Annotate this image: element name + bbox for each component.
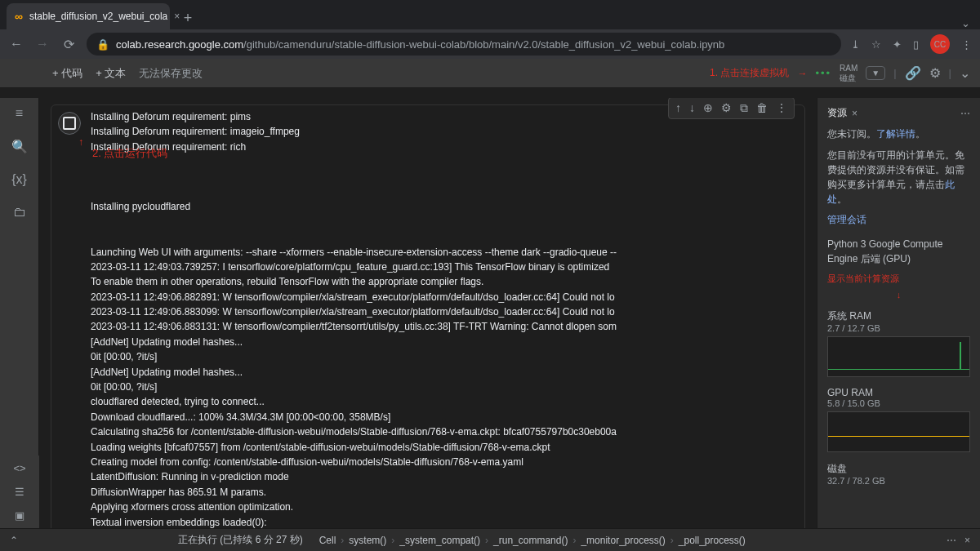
disk-value: 32.7 / 78.2 GB <box>827 476 970 486</box>
sys-ram-chart <box>827 336 970 377</box>
new-tab-button[interactable]: + <box>176 7 199 29</box>
chevron-down-icon[interactable]: ⌄ <box>960 65 970 81</box>
main-area: ≡ 🔍 {x} 🗀 ↑ 2. 点击运行代码 ↑ ↓ ⊕ ⚙ ⧉ 🗑 ⋮ Inst… <box>0 98 980 528</box>
arrow-icon: → <box>797 68 807 79</box>
crumb[interactable]: _poll_process() <box>679 535 746 546</box>
resource-mini[interactable]: RAM 磁盘 <box>840 64 858 83</box>
reload-button[interactable]: ⟳ <box>60 37 77 52</box>
arrow-down-icon: ↓ <box>827 290 970 300</box>
sys-ram-value: 2.7 / 12.7 GB <box>827 323 970 333</box>
gpu-ram-label: GPU RAM <box>827 387 970 398</box>
annotation-1: 1. 点击连接虚拟机 <box>710 66 789 80</box>
settings-icon[interactable]: ⚙ <box>721 101 732 115</box>
close-icon[interactable]: × <box>964 535 970 546</box>
copy-link-icon[interactable]: ⊕ <box>703 101 713 115</box>
forward-button: → <box>34 37 51 51</box>
crumb[interactable]: Cell <box>319 535 336 546</box>
more-icon[interactable]: ⋯ <box>947 535 956 546</box>
resources-title: 资源 <box>827 106 847 120</box>
compute-units-text: 您目前没有可用的计算单元。免费提供的资源并没有保证。如需购买更多计算单元，请点击… <box>827 148 970 207</box>
running-status: 正在执行 (已持续 6 分 27 秒) <box>178 533 303 547</box>
avatar[interactable]: CC <box>930 34 950 54</box>
browser-chrome: ∞ stable_diffusion_v2_webui_cola × + ⌄ ←… <box>0 0 980 59</box>
more-icon[interactable]: ⋯ <box>960 108 970 119</box>
mirror-icon[interactable]: ⧉ <box>740 101 748 115</box>
annotation-arrow: ↑ <box>78 136 83 148</box>
gear-icon[interactable]: ⚙ <box>929 65 941 81</box>
add-code-button[interactable]: + 代码 <box>52 66 82 81</box>
gpu-ram-value: 5.8 / 15.0 GB <box>827 398 970 408</box>
star-icon[interactable]: ☆ <box>871 38 881 51</box>
move-up-icon[interactable]: ↑ <box>675 101 681 115</box>
back-button[interactable]: ← <box>8 37 24 51</box>
learn-more-link[interactable]: 了解详情 <box>876 128 915 140</box>
url-text: colab.research.google.com/github/camendu… <box>116 38 724 51</box>
chevron-down-icon[interactable]: ⌄ <box>961 17 970 29</box>
files-icon[interactable]: 🗀 <box>13 205 26 220</box>
reader-icon[interactable]: ▯ <box>913 38 919 51</box>
colab-toolbar: + 代码 + 文本 无法保存更改 1. 点击连接虚拟机 → ••• RAM 磁盘… <box>0 59 980 88</box>
crumb[interactable]: system() <box>349 535 386 546</box>
sys-ram-label: 系统 RAM <box>827 309 970 323</box>
snippets-icon[interactable]: ☰ <box>15 486 24 498</box>
tab-title: stable_diffusion_v2_webui_cola <box>29 11 167 22</box>
disk-label: 磁盘 <box>827 462 970 476</box>
notebook: ↑ 2. 点击运行代码 ↑ ↓ ⊕ ⚙ ⧉ 🗑 ⋮ Installing Def… <box>39 98 817 528</box>
menu-icon[interactable]: ⋮ <box>961 38 972 51</box>
url-input[interactable]: 🔒 colab.research.google.com/github/camen… <box>87 33 841 56</box>
install-icon[interactable]: ⤓ <box>851 38 860 51</box>
resource-dropdown[interactable]: ▼ <box>866 66 885 80</box>
add-text-button[interactable]: + 文本 <box>96 66 126 81</box>
colab-icon: ∞ <box>15 10 23 23</box>
bottom-rail: <> ☰ ▣ <box>0 455 39 528</box>
cannot-save-label: 无法保存更改 <box>139 66 203 81</box>
crumb[interactable]: _system_compat() <box>399 535 480 546</box>
status-bar: ⌃ 正在执行 (已持续 6 分 27 秒) Cell› system()› _s… <box>0 528 980 551</box>
code-explorer-icon[interactable]: <> <box>13 462 25 474</box>
search-icon[interactable]: 🔍 <box>11 139 28 154</box>
subscription-text: 您未订阅。了解详情。 <box>827 127 970 141</box>
crumb[interactable]: _monitor_process() <box>581 535 665 546</box>
variables-icon[interactable]: {x} <box>11 172 27 187</box>
window-controls: ⌄ <box>961 17 980 29</box>
resources-panel: 资源 × ⋯ 您未订阅。了解详情。 您目前没有可用的计算单元。免费提供的资源并没… <box>817 98 980 528</box>
link-icon[interactable]: 🔗 <box>905 65 921 81</box>
manage-sessions-link[interactable]: 管理会话 <box>827 213 970 227</box>
runtime-type: Python 3 Google Compute Engine 后端 (GPU) <box>827 237 970 266</box>
delete-icon[interactable]: 🗑 <box>756 101 768 115</box>
annotation-resources: 显示当前计算资源 <box>827 273 970 285</box>
move-down-icon[interactable]: ↓ <box>689 101 695 115</box>
extensions-icon[interactable]: ✦ <box>893 38 902 51</box>
crumb[interactable]: _run_command() <box>493 535 568 546</box>
address-bar: ← → ⟳ 🔒 colab.research.google.com/github… <box>0 29 980 59</box>
cell-toolbar: ↑ ↓ ⊕ ⚙ ⧉ 🗑 ⋮ <box>668 98 795 119</box>
more-icon[interactable]: ⋮ <box>776 101 787 115</box>
chevron-up-icon[interactable]: ⌃ <box>10 535 18 546</box>
code-cell: ↑ 2. 点击运行代码 ↑ ↓ ⊕ ⚙ ⧉ 🗑 ⋮ Installing Def… <box>51 104 805 528</box>
run-cell-button[interactable] <box>58 112 81 135</box>
connect-indicator[interactable]: ••• <box>815 67 831 79</box>
cell-output: Installing Deforum requirement: pims Ins… <box>51 105 804 528</box>
close-icon[interactable]: × <box>852 108 858 119</box>
terminal-icon[interactable]: ▣ <box>15 509 24 522</box>
toc-icon[interactable]: ≡ <box>16 106 23 121</box>
annotation-2: 2. 点击运行代码 <box>92 146 167 161</box>
browser-tab[interactable]: ∞ stable_diffusion_v2_webui_cola × <box>7 3 170 29</box>
gpu-ram-chart <box>827 411 970 452</box>
tab-strip: ∞ stable_diffusion_v2_webui_cola × + ⌄ <box>0 0 980 29</box>
lock-icon: 🔒 <box>96 38 109 51</box>
